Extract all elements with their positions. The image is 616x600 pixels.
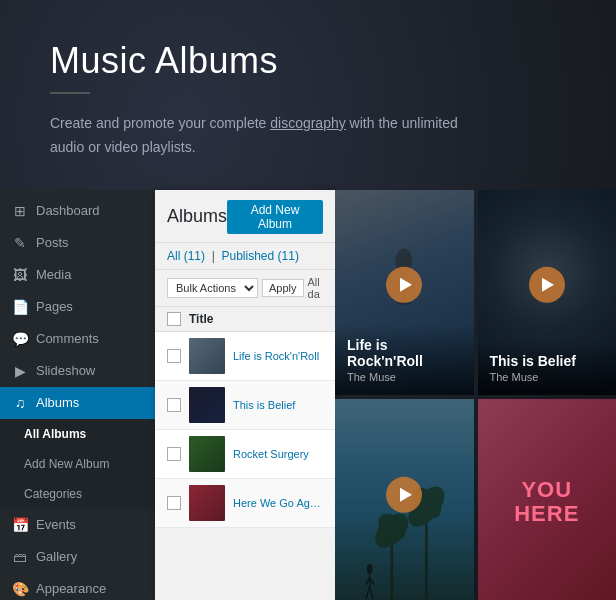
sidebar-item-appearance[interactable]: 🎨 Appearance <box>0 573 155 600</box>
album-thumb-4 <box>189 485 225 521</box>
albums-icon: ♫ <box>12 395 28 411</box>
you-here-text: YOUHERE <box>514 478 579 526</box>
album-thumb-2 <box>189 387 225 423</box>
appearance-icon: 🎨 <box>12 581 28 597</box>
card-content-2: This is Belief The Muse <box>478 341 617 395</box>
play-icon-2 <box>542 278 554 292</box>
album-link-1[interactable]: Life is Rock'n'Roll <box>233 350 323 362</box>
panel-title: Albums <box>167 206 227 227</box>
dashboard-icon: ⊞ <box>12 203 28 219</box>
all-dates-label: All da <box>308 276 323 300</box>
title-column-header: Title <box>189 312 213 326</box>
bulk-apply-button[interactable]: Apply <box>262 279 304 297</box>
filter-published-link[interactable]: Published (11) <box>222 249 299 263</box>
play-button-1[interactable] <box>386 267 422 303</box>
table-row: This is Belief <box>155 381 335 430</box>
row-checkbox-3[interactable] <box>167 447 181 461</box>
sidebar-item-posts[interactable]: ✎ Posts <box>0 227 155 259</box>
table-row: Rocket Surgery <box>155 430 335 479</box>
filter-all-link[interactable]: All (11) <box>167 249 208 263</box>
media-icon: 🖼 <box>12 267 28 283</box>
card-content-1: Life is Rock'n'Roll The Muse <box>335 325 474 395</box>
sidebar-item-categories[interactable]: Categories <box>0 479 155 509</box>
album-card-palm[interactable] <box>335 399 474 600</box>
sidebar-item-comments[interactable]: 💬 Comments <box>0 323 155 355</box>
page-title: Music Albums <box>50 40 566 82</box>
filter-row: All (11) | Published (11) <box>155 243 335 270</box>
events-icon: 📅 <box>12 517 28 533</box>
play-icon-3 <box>400 488 412 502</box>
sidebar-item-gallery[interactable]: 🗃 Gallery <box>0 541 155 573</box>
sidebar-item-albums[interactable]: ♫ Albums <box>0 387 155 419</box>
sidebar-item-slideshow[interactable]: ▶ Slideshow <box>0 355 155 387</box>
play-button-2[interactable] <box>529 267 565 303</box>
sidebar-item-dashboard[interactable]: ⊞ Dashboard <box>0 195 155 227</box>
gallery-icon: 🗃 <box>12 549 28 565</box>
table-row: Life is Rock'n'Roll <box>155 332 335 381</box>
album-cards-grid: Life is Rock'n'Roll The Muse This is Bel… <box>335 190 616 600</box>
card-title-1: Life is Rock'n'Roll <box>347 337 462 369</box>
album-card-youhere[interactable]: YOUHERE <box>478 399 617 600</box>
discography-link[interactable]: discography <box>270 115 346 131</box>
add-new-album-button[interactable]: Add New Album <box>227 200 323 234</box>
bulk-actions-select[interactable]: Bulk Actions <box>167 278 258 298</box>
main-content: ⊞ Dashboard ✎ Posts 🖼 Media 📄 Pages 💬 Co… <box>0 190 616 600</box>
play-button-3[interactable] <box>386 477 422 513</box>
play-icon-1 <box>400 278 412 292</box>
sidebar-item-add-new-album[interactable]: Add New Album <box>0 449 155 479</box>
bulk-row: Bulk Actions Apply All da <box>155 270 335 307</box>
sidebar-item-media[interactable]: 🖼 Media <box>0 259 155 291</box>
sidebar-item-events[interactable]: 📅 Events <box>0 509 155 541</box>
row-checkbox-4[interactable] <box>167 496 181 510</box>
row-checkbox-1[interactable] <box>167 349 181 363</box>
header-section: Music Albums Create and promote your com… <box>0 0 616 180</box>
posts-icon: ✎ <box>12 235 28 251</box>
select-all-checkbox[interactable] <box>167 312 181 326</box>
panel-header: Albums Add New Album <box>155 190 335 243</box>
pages-icon: 📄 <box>12 299 28 315</box>
card-subtitle-1: The Muse <box>347 371 462 383</box>
card-subtitle-2: The Muse <box>490 371 605 383</box>
album-link-3[interactable]: Rocket Surgery <box>233 448 323 460</box>
album-thumb-1 <box>189 338 225 374</box>
album-card-rocknroll[interactable]: Life is Rock'n'Roll The Muse <box>335 190 474 396</box>
sidebar-item-all-albums[interactable]: All Albums <box>0 419 155 449</box>
card-title-2: This is Belief <box>490 353 605 369</box>
comments-icon: 💬 <box>12 331 28 347</box>
album-link-2[interactable]: This is Belief <box>233 399 323 411</box>
wp-sidebar: ⊞ Dashboard ✎ Posts 🖼 Media 📄 Pages 💬 Co… <box>0 190 155 600</box>
slideshow-icon: ▶ <box>12 363 28 379</box>
sidebar-item-pages[interactable]: 📄 Pages <box>0 291 155 323</box>
table-row: Here We Go Again <box>155 479 335 528</box>
divider <box>50 92 90 94</box>
album-card-belief[interactable]: This is Belief The Muse <box>478 190 617 396</box>
row-checkbox-2[interactable] <box>167 398 181 412</box>
table-header: Title <box>155 307 335 332</box>
album-thumb-3 <box>189 436 225 472</box>
album-link-4[interactable]: Here We Go Again <box>233 497 323 509</box>
description: Create and promote your complete discogr… <box>50 112 470 160</box>
wp-admin-panel: Albums Add New Album All (11) | Publishe… <box>155 190 335 600</box>
